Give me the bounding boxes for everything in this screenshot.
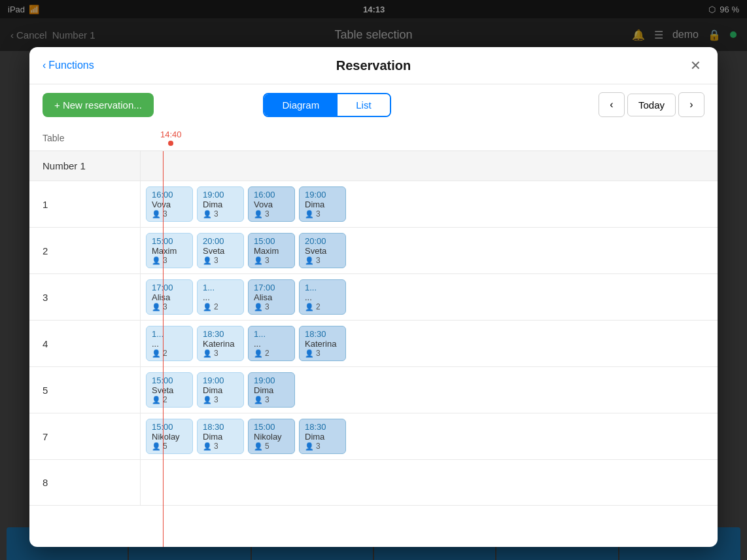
table-row: 5 15:00 Sveta 👤2 19:00 Dima 👤3 19:00 D	[29, 367, 718, 413]
res-time: 15:00	[152, 376, 187, 385]
res-card[interactable]: 17:00 Alisa 👤3	[146, 279, 193, 315]
back-chevron-icon: ‹	[43, 60, 46, 71]
list-view-button[interactable]: List	[338, 94, 389, 116]
res-name: ...	[305, 292, 340, 302]
res-time: 20:00	[203, 236, 238, 246]
res-name: Alisa	[152, 292, 187, 302]
res-card[interactable]: 16:00 Vova 👤3	[248, 186, 295, 222]
modal-title: Reservation	[336, 58, 411, 73]
res-name: ...	[152, 339, 187, 349]
res-card[interactable]: 15:00 Maxim 👤3	[146, 233, 193, 268]
table-row: 4 1... ... 👤2 18:30 Katerina 👤3 1... .	[29, 321, 718, 367]
close-icon: ✕	[690, 58, 701, 73]
next-button[interactable]: ›	[678, 92, 704, 117]
group-header-row: Number 1	[29, 151, 718, 181]
diagram-view-button[interactable]: Diagram	[264, 94, 338, 116]
res-card[interactable]: 18:30 Katerina 👤3	[197, 326, 244, 361]
row-label-1: 1	[29, 181, 141, 227]
res-time: 18:30	[203, 422, 238, 432]
res-time: 15:00	[254, 236, 289, 246]
res-card[interactable]: 15:00 Sveta 👤2	[146, 372, 193, 408]
res-name: ...	[254, 339, 289, 349]
res-time: 1...	[254, 329, 289, 339]
res-time: 15:00	[152, 422, 187, 432]
res-card[interactable]: 1... ... 👤2	[248, 326, 295, 361]
res-guests: 👤5	[152, 442, 187, 451]
res-time: 18:30	[305, 422, 340, 432]
res-guests: 👤5	[254, 442, 289, 451]
nav-controls: ‹ Today ›	[599, 92, 704, 117]
res-name: Vova	[254, 200, 289, 209]
res-name: ...	[203, 292, 238, 302]
res-time: 20:00	[305, 236, 340, 246]
rows-container[interactable]: Number 1 1 16:00 Vova 👤3 19:00 Dima 👤3	[29, 151, 718, 547]
group-header-content	[141, 151, 718, 181]
res-name: Nikolay	[254, 432, 289, 442]
res-card[interactable]: 19:00 Dima 👤3	[197, 186, 244, 222]
group-header-label: Number 1	[29, 151, 141, 181]
res-time: 17:00	[254, 283, 289, 292]
res-time: 15:00	[152, 236, 187, 246]
res-guests: 👤3	[305, 256, 340, 265]
diagram-area: Table 14:40 Number 1 1 16:00	[29, 125, 718, 547]
res-card[interactable]: 1... ... 👤2	[197, 279, 244, 315]
res-card[interactable]: 18:30 Dima 👤3	[197, 419, 244, 454]
res-card[interactable]: 19:00 Dima 👤3	[299, 186, 346, 222]
res-name: Nikolay	[152, 432, 187, 442]
res-card[interactable]: 20:00 Sveta 👤3	[197, 233, 244, 268]
res-card[interactable]: 18:30 Katerina 👤3	[299, 326, 346, 361]
next-icon: ›	[689, 99, 693, 111]
row-content-5: 15:00 Sveta 👤2 19:00 Dima 👤3 19:00 Dima …	[141, 367, 718, 413]
modal-toolbar: + New reservation... Diagram List ‹ Toda…	[29, 84, 718, 125]
res-card[interactable]: 18:30 Dima 👤3	[299, 419, 346, 454]
res-card[interactable]: 1... ... 👤2	[299, 279, 346, 315]
res-guests: 👤2	[203, 302, 238, 311]
row-label-8: 8	[29, 460, 141, 505]
res-guests: 👤2	[254, 349, 289, 358]
res-name: Dima	[203, 385, 238, 395]
res-name: Dima	[203, 200, 238, 209]
res-time: 16:00	[254, 190, 289, 200]
res-card[interactable]: 20:00 Sveta 👤3	[299, 233, 346, 268]
res-card[interactable]: 17:00 Alisa 👤3	[248, 279, 295, 315]
res-name: Katerina	[305, 339, 340, 349]
res-card[interactable]: 16:00 Vova 👤3	[146, 186, 193, 222]
res-guests: 👤2	[152, 395, 187, 404]
prev-button[interactable]: ‹	[599, 92, 625, 117]
res-card[interactable]: 19:00 Dima 👤3	[248, 372, 295, 408]
prev-icon: ‹	[610, 99, 613, 111]
table-row: 3 17:00 Alisa 👤3 1... ... 👤2 17:00 Ali	[29, 274, 718, 321]
res-name: Maxim	[254, 246, 289, 256]
new-reservation-button[interactable]: + New reservation...	[43, 93, 154, 117]
res-card[interactable]: 15:00 Nikolay 👤5	[146, 419, 193, 454]
today-button[interactable]: Today	[627, 94, 676, 116]
table-row: 7 15:00 Nikolay 👤5 18:30 Dima 👤3 15:00	[29, 413, 718, 460]
res-guests: 👤2	[152, 349, 187, 358]
res-time: 18:30	[203, 329, 238, 339]
res-time: 15:00	[254, 422, 289, 432]
res-guests: 👤3	[203, 395, 238, 404]
res-card[interactable]: 15:00 Nikolay 👤5	[248, 419, 295, 454]
table-row: 1 16:00 Vova 👤3 19:00 Dima 👤3 16:00 Vo	[29, 181, 718, 228]
res-name: Katerina	[203, 339, 238, 349]
res-card[interactable]: 19:00 Dima 👤3	[197, 372, 244, 408]
reservation-modal: ‹ Functions Reservation ✕ + New reservat…	[29, 47, 718, 547]
row-content-8	[141, 460, 718, 505]
res-name: Sveta	[152, 385, 187, 395]
res-guests: 👤3	[203, 256, 238, 265]
view-toggle: Diagram List	[263, 93, 391, 117]
res-guests: 👤3	[152, 256, 187, 265]
close-button[interactable]: ✕	[686, 56, 704, 75]
res-card[interactable]: 15:00 Maxim 👤3	[248, 233, 295, 268]
res-name: Sveta	[203, 246, 238, 256]
res-guests: 👤3	[305, 209, 340, 219]
res-guests: 👤3	[254, 395, 289, 404]
row-content-3: 17:00 Alisa 👤3 1... ... 👤2 17:00 Alisa 👤…	[141, 274, 718, 320]
row-label-5: 5	[29, 367, 141, 413]
modal-back-button[interactable]: ‹ Functions	[43, 60, 94, 71]
row-label-7: 7	[29, 413, 141, 459]
res-card[interactable]: 1... ... 👤2	[146, 326, 193, 361]
res-time: 1...	[152, 329, 187, 339]
row-content-4: 1... ... 👤2 18:30 Katerina 👤3 1... ... 👤…	[141, 321, 718, 366]
res-time: 19:00	[203, 190, 238, 200]
